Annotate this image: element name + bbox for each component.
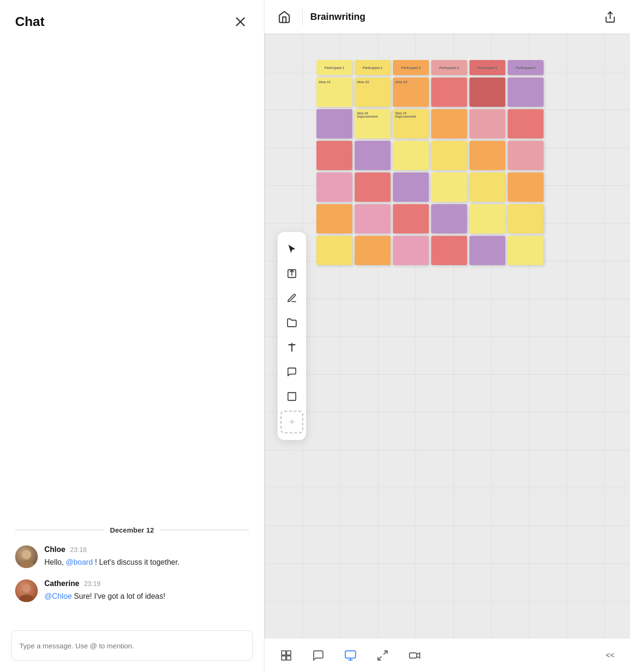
shape-tool[interactable] (280, 384, 304, 409)
note-r3-c2[interactable] (355, 141, 391, 170)
note-r1-c3[interactable]: Idea #3 (393, 78, 429, 107)
chat-panel: Chat December 12 (0, 0, 264, 672)
svg-rect-18 (345, 651, 356, 658)
note-r6-c1[interactable] (316, 236, 352, 265)
message-meta-catherine: Catherine 23:19 (44, 579, 249, 588)
note-r1-c2[interactable]: Idea #2 (355, 78, 391, 107)
collapse-icon: << (606, 651, 615, 660)
message-meta-chloe: Chloe 23:18 (44, 545, 249, 554)
message-item-chloe: Chloe 23:18 Hello, @board ! Let's discus… (15, 545, 249, 568)
pen-tool[interactable] (280, 286, 304, 310)
chat-button[interactable] (308, 645, 329, 666)
note-r3-c3[interactable] (393, 141, 429, 170)
note-r5-c1[interactable] (316, 204, 352, 233)
svg-rect-17 (287, 656, 291, 660)
chat-header: Chat (0, 0, 264, 40)
collapse-button[interactable]: << (602, 647, 619, 664)
comment-tool[interactable] (280, 360, 304, 384)
note-r1-c1[interactable]: Idea #1 (316, 78, 352, 107)
note-r3-c5[interactable] (469, 141, 505, 170)
svg-rect-14 (281, 651, 286, 655)
note-r4-c4[interactable] (431, 172, 467, 202)
message-time-chloe: 23:18 (70, 546, 86, 553)
svg-point-6 (19, 594, 34, 602)
board-title: Brainwriting (310, 11, 600, 22)
header-p3: Participant 3 (393, 60, 429, 75)
note-r3-c1[interactable] (316, 141, 352, 170)
svg-point-3 (19, 560, 34, 568)
note-r4-c6[interactable] (508, 172, 544, 202)
upload-tool[interactable] (280, 261, 304, 286)
share-button[interactable] (600, 7, 621, 27)
note-r6-c5[interactable] (469, 236, 505, 265)
chat-messages-area: December 12 Chloe 23:18 Hello, @board ! (0, 40, 264, 623)
grid-button[interactable] (276, 645, 297, 666)
header-p2: Participant 2 (355, 60, 391, 75)
note-r2-c3[interactable]: Idea #3 Improvement (393, 109, 429, 138)
home-button[interactable] (274, 7, 295, 27)
chat-input[interactable] (11, 630, 253, 661)
svg-point-4 (22, 550, 31, 559)
date-divider-line-left (15, 530, 104, 530)
board-header-divider (302, 9, 303, 26)
message-content-chloe: Chloe 23:18 Hello, @board ! Let's discus… (44, 545, 249, 568)
note-r4-c5[interactable] (469, 172, 505, 202)
mention-chloe[interactable]: @Chloe (44, 592, 72, 600)
cursor-tool[interactable] (280, 237, 304, 261)
svg-rect-13 (288, 393, 296, 401)
sticky-board: Participant 1 Participant 2 Participant … (316, 60, 544, 265)
note-r6-c2[interactable] (355, 236, 391, 265)
note-r2-c1[interactable] (316, 109, 352, 138)
note-r4-c1[interactable] (316, 172, 352, 202)
message-time-catherine: 23:19 (84, 580, 101, 587)
bottom-toolbar: << (264, 638, 630, 672)
board-panel: Brainwriting (264, 0, 630, 672)
header-p6: Participant 6 (508, 60, 544, 75)
board-header: Brainwriting (264, 0, 630, 34)
date-divider: December 12 (15, 526, 249, 534)
note-r2-c4[interactable] (431, 109, 467, 138)
add-icon: + (289, 417, 295, 428)
note-r1-c5[interactable] (469, 78, 505, 107)
close-button[interactable] (232, 13, 249, 30)
note-r6-c3[interactable] (393, 236, 429, 265)
add-tool-button[interactable]: + (281, 411, 303, 433)
avatar-chloe (15, 545, 38, 568)
board-canvas[interactable]: + Participant 1 Participant 2 Participan… (264, 34, 630, 638)
note-r3-c4[interactable] (431, 141, 467, 170)
svg-rect-19 (409, 653, 417, 658)
svg-point-7 (22, 584, 31, 593)
note-r5-c4[interactable] (431, 204, 467, 233)
note-r2-c5[interactable] (469, 109, 505, 138)
folder-tool[interactable] (280, 310, 304, 335)
message-author-catherine: Catherine (44, 579, 79, 588)
note-r3-c6[interactable] (508, 141, 544, 170)
header-p5: Participant 5 (469, 60, 505, 75)
screen-share-button[interactable] (340, 645, 361, 666)
message-item-catherine: Catherine 23:19 @Chloe Sure! I've got a … (15, 579, 249, 602)
note-r6-c4[interactable] (431, 236, 467, 265)
note-r5-c6[interactable] (508, 204, 544, 233)
text-tool[interactable] (280, 335, 304, 360)
note-r5-c5[interactable] (469, 204, 505, 233)
note-r1-c6[interactable] (508, 78, 544, 107)
message-text-after-chloe: ! Let's discuss it together. (93, 558, 180, 566)
avatar-catherine (15, 579, 38, 602)
note-r4-c2[interactable] (355, 172, 391, 202)
note-r5-c2[interactable] (355, 204, 391, 233)
date-divider-text: December 12 (110, 526, 154, 534)
note-r6-c6[interactable] (508, 236, 544, 265)
mention-board[interactable]: @board (66, 558, 93, 566)
message-text-catherine: @Chloe Sure! I've got a lot of ideas! (44, 591, 249, 602)
svg-rect-16 (281, 656, 286, 660)
header-p4: Participant 4 (431, 60, 467, 75)
message-content-catherine: Catherine 23:19 @Chloe Sure! I've got a … (44, 579, 249, 602)
note-r4-c3[interactable] (393, 172, 429, 202)
note-r5-c3[interactable] (393, 204, 429, 233)
note-r1-c4[interactable] (431, 78, 467, 107)
video-button[interactable] (404, 645, 425, 666)
note-r2-c2[interactable]: Idea #2 Improvement (355, 109, 391, 138)
chat-input-area (0, 623, 264, 672)
note-r2-c6[interactable] (508, 109, 544, 138)
present-button[interactable] (372, 645, 393, 666)
